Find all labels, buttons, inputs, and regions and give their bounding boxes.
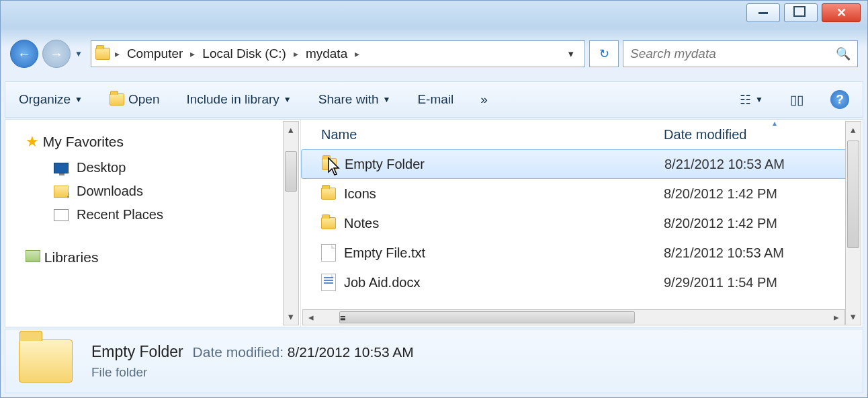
organize-menu[interactable]: Organize▼ bbox=[19, 92, 83, 107]
docx-icon bbox=[321, 274, 336, 291]
search-placeholder: Search mydata bbox=[630, 46, 716, 61]
explorer-window: ✕ ← → ▼ ▸ Computer ▸ Local Disk (C:) ▸ m… bbox=[0, 0, 868, 398]
scroll-thumb[interactable] bbox=[285, 151, 297, 192]
file-list: Empty Folder8/21/2012 10:53 AMIcons8/20/… bbox=[301, 149, 863, 297]
file-row[interactable]: Notes8/20/2012 1:42 PM bbox=[301, 208, 863, 238]
folder-large-icon bbox=[19, 340, 73, 383]
recent-icon bbox=[54, 209, 69, 221]
file-date: 8/21/2012 10:53 AM bbox=[664, 157, 785, 172]
details-mod-label: Date modified: bbox=[193, 344, 284, 360]
minimize-button[interactable] bbox=[746, 3, 780, 22]
column-date[interactable]: Date modified bbox=[664, 127, 863, 143]
chevron-down-icon: ▼ bbox=[284, 95, 292, 104]
scroll-thumb[interactable]: ≡ bbox=[339, 311, 635, 323]
folder-icon bbox=[95, 48, 110, 60]
content-hscrollbar[interactable]: ◂ ≡ ▸ bbox=[302, 309, 845, 325]
chevron-down-icon: ▼ bbox=[755, 95, 763, 104]
file-list-area: ▴ Name Date modified Empty Folder8/21/20… bbox=[301, 120, 863, 327]
chevron-down-icon: ▼ bbox=[75, 95, 83, 104]
navigation-row: ← → ▼ ▸ Computer ▸ Local Disk (C:) ▸ myd… bbox=[10, 38, 858, 70]
file-date: 8/20/2012 1:42 PM bbox=[664, 216, 777, 231]
overflow-button[interactable]: » bbox=[480, 92, 488, 107]
breadcrumb-computer[interactable]: Computer bbox=[124, 44, 185, 64]
scroll-up-icon[interactable]: ▴ bbox=[284, 122, 298, 138]
navpane-scrollbar[interactable]: ▴ ▾ bbox=[283, 121, 299, 325]
content-vscrollbar[interactable]: ▴ ▾ bbox=[845, 121, 861, 325]
pane-icon: ▯▯ bbox=[790, 92, 804, 108]
include-library-menu[interactable]: Include in library▼ bbox=[186, 92, 291, 107]
list-view-icon: ☷ bbox=[740, 92, 751, 108]
forward-button[interactable]: → bbox=[42, 40, 71, 68]
scroll-left-icon[interactable]: ◂ bbox=[303, 310, 319, 325]
folder-icon bbox=[321, 217, 336, 229]
file-row[interactable]: Job Aid.docx9/29/2011 1:54 PM bbox=[301, 268, 863, 297]
main-area: ★ My Favorites Desktop Downloads Recent … bbox=[5, 119, 863, 327]
file-row[interactable]: Empty Folder8/21/2012 10:53 AM bbox=[301, 149, 847, 179]
details-pane: Empty Folder Date modified: 8/21/2012 10… bbox=[5, 329, 863, 393]
file-name: Notes bbox=[344, 216, 379, 231]
downloads-icon bbox=[54, 186, 69, 198]
close-button[interactable]: ✕ bbox=[822, 3, 861, 22]
breadcrumb-mydata[interactable]: mydata bbox=[303, 44, 350, 64]
navigation-pane: ★ My Favorites Desktop Downloads Recent … bbox=[5, 120, 301, 327]
share-with-menu[interactable]: Share with▼ bbox=[318, 92, 391, 107]
file-name: Job Aid.docx bbox=[344, 275, 420, 290]
folder-open-icon bbox=[110, 93, 124, 106]
star-icon: ★ bbox=[26, 133, 39, 150]
search-box[interactable]: Search mydata 🔍 bbox=[623, 40, 858, 67]
preview-pane-button[interactable]: ▯▯ bbox=[790, 92, 804, 108]
view-options-button[interactable]: ☷▼ bbox=[740, 92, 763, 108]
nav-recent-places[interactable]: Recent Places bbox=[26, 203, 294, 227]
scroll-up-icon[interactable]: ▴ bbox=[846, 122, 861, 138]
breadcrumb-sep-icon[interactable]: ▸ bbox=[352, 48, 362, 59]
address-bar[interactable]: ▸ Computer ▸ Local Disk (C:) ▸ mydata ▸ … bbox=[91, 40, 585, 67]
file-name: Empty Folder bbox=[345, 157, 425, 172]
details-type: File folder bbox=[91, 365, 414, 380]
favorites-group[interactable]: ★ My Favorites bbox=[26, 133, 294, 151]
breadcrumb-sep-icon[interactable]: ▸ bbox=[187, 48, 198, 59]
email-button[interactable]: E-mail bbox=[417, 92, 453, 107]
file-date: 8/21/2012 10:53 AM bbox=[664, 245, 784, 261]
file-date: 9/29/2011 1:54 PM bbox=[664, 275, 777, 290]
nav-downloads[interactable]: Downloads bbox=[26, 180, 294, 203]
chevron-down-icon: ▼ bbox=[383, 95, 391, 104]
scroll-thumb[interactable] bbox=[847, 141, 859, 248]
maximize-button[interactable] bbox=[784, 3, 818, 22]
file-name: Icons bbox=[344, 186, 376, 202]
breadcrumb-sep-icon[interactable]: ▸ bbox=[291, 48, 301, 59]
file-row[interactable]: Empty File.txt8/21/2012 10:53 AM bbox=[301, 238, 863, 268]
desktop-icon bbox=[54, 163, 69, 173]
details-text: Empty Folder Date modified: 8/21/2012 10… bbox=[91, 343, 414, 380]
scroll-right-icon[interactable]: ▸ bbox=[828, 310, 844, 325]
nav-desktop[interactable]: Desktop bbox=[26, 156, 294, 180]
breadcrumb-localdisk[interactable]: Local Disk (C:) bbox=[200, 44, 289, 64]
window-controls: ✕ bbox=[746, 3, 861, 22]
folder-icon bbox=[321, 188, 336, 200]
libraries-icon bbox=[26, 250, 40, 262]
scroll-down-icon[interactable]: ▾ bbox=[284, 309, 298, 325]
column-headers: Name Date modified bbox=[301, 120, 863, 149]
libraries-group[interactable]: Libraries bbox=[26, 249, 294, 266]
back-button[interactable]: ← bbox=[10, 40, 38, 68]
folder-icon bbox=[322, 158, 337, 170]
column-name[interactable]: Name bbox=[321, 127, 664, 143]
details-title: Empty Folder bbox=[91, 343, 183, 360]
scroll-down-icon[interactable]: ▾ bbox=[846, 309, 861, 325]
file-name: Empty File.txt bbox=[344, 245, 425, 261]
file-date: 8/20/2012 1:42 PM bbox=[664, 186, 777, 202]
open-button[interactable]: Open bbox=[110, 92, 159, 107]
file-row[interactable]: Icons8/20/2012 1:42 PM bbox=[301, 179, 863, 208]
search-icon[interactable]: 🔍 bbox=[836, 46, 851, 61]
command-toolbar: Organize▼ Open Include in library▼ Share… bbox=[5, 81, 863, 118]
history-dropdown-icon[interactable]: ▼ bbox=[75, 49, 83, 58]
address-dropdown-icon[interactable]: ▾ bbox=[562, 48, 580, 60]
details-mod-value: 8/21/2012 10:53 AM bbox=[288, 344, 414, 360]
refresh-button[interactable]: ↻ bbox=[589, 40, 619, 67]
help-button[interactable]: ? bbox=[830, 90, 849, 109]
breadcrumb-sep-icon[interactable]: ▸ bbox=[112, 48, 122, 59]
sort-indicator-icon: ▴ bbox=[773, 118, 777, 128]
file-icon bbox=[321, 244, 336, 262]
